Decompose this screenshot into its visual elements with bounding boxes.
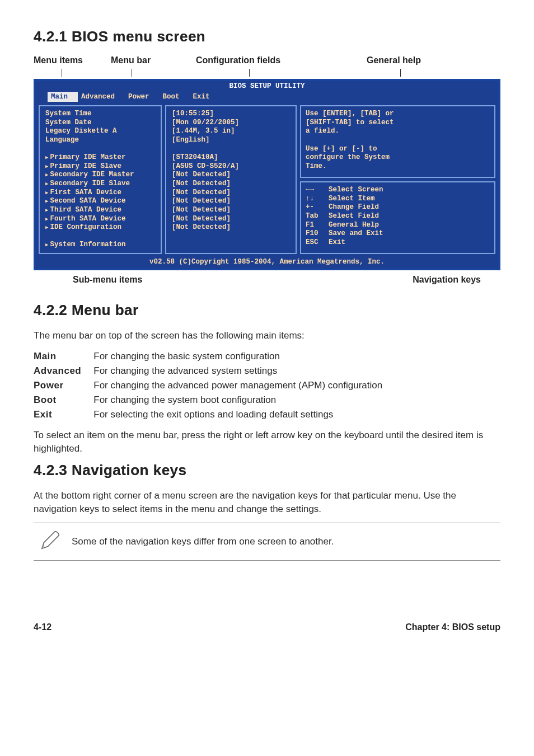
def-key: Main [34,349,93,364]
section-heading-1: 4.2.1 BIOS menu screen [34,28,500,45]
tab-exit[interactable]: Exit [190,92,220,102]
pencil-icon [38,529,62,555]
bios-field-value[interactable]: [Not Detected] [172,180,290,189]
def-value: For selecting the exit options and loadi… [93,407,389,422]
bios-menu-item[interactable]: Language [45,136,155,145]
top-callouts: Menu items Menu bar Configuration fields… [34,55,500,79]
bios-menu-item [45,232,155,241]
table-row: MainFor changing the basic system config… [34,349,389,364]
table-row: AdvancedFor changing the advanced system… [34,364,389,378]
bios-field-value[interactable]: [1.44M, 3.5 in] [172,127,290,136]
def-value: For changing the advanced system setting… [93,364,389,378]
bios-menu-item[interactable]: System Time [45,110,155,119]
help-text-line: Use [ENTER], [TAB] or [306,110,490,119]
tab-power[interactable]: Power [125,92,160,102]
bios-field-value[interactable]: [Not Detected] [172,171,290,180]
bios-field-value[interactable]: [Not Detected] [172,215,290,224]
bios-menu-item[interactable]: Second SATA Device [45,197,155,206]
bios-field-value[interactable] [172,145,290,154]
table-row: PowerFor changing the advanced power man… [34,378,389,393]
bios-nav-panel: ←→ Select Screen↑↓ Select Item+- Change … [300,181,495,254]
callout-menu-items: Menu items [34,55,83,65]
bios-mid-panel: [10:55:25][Mon 09/22/2005][1.44M, 3.5 in… [165,105,297,254]
bios-field-value[interactable]: [ST320410A] [172,153,290,162]
bios-field-value[interactable]: [Not Detected] [172,197,290,206]
bios-help-panel: Use [ENTER], [TAB] or[SHIFT-TAB] to sele… [300,105,495,178]
help-text-line [306,136,490,145]
note-text: Some of the navigation keys differ from … [72,536,334,547]
bios-left-panel: System TimeSystem DateLegacy Diskette AL… [39,105,162,254]
menubar-def-table: MainFor changing the basic system config… [34,349,389,422]
nav-key-row: ←→ Select Screen [306,186,490,195]
callout-menu-bar: Menu bar [111,55,151,65]
bios-menu-item[interactable]: Primary IDE Slave [45,162,155,171]
nav-key-row: ESC Exit [306,238,490,247]
callout-general-help: General help [367,55,421,65]
callout-navkeys: Navigation keys [413,275,481,285]
table-row: ExitFor selecting the exit options and l… [34,407,389,422]
bios-field-value[interactable]: [Not Detected] [172,223,290,232]
bios-menu-item[interactable]: Legacy Diskette A [45,127,155,136]
nav-key-row: F1 General Help [306,221,490,230]
bios-field-value[interactable]: [Mon 09/22/2005] [172,119,290,128]
bios-menu-bar[interactable]: Main Advanced Power Boot Exit [35,92,499,102]
chapter-label: Chapter 4: BIOS setup [405,622,500,632]
nav-key-row: Tab Select Field [306,212,490,221]
page-number: 4-12 [34,622,51,632]
bios-menu-item[interactable]: Third SATA Device [45,206,155,215]
bios-menu-item[interactable]: Primary IDE Master [45,153,155,162]
menubar-tail: To select an item on the menu bar, press… [34,429,500,456]
help-text-line: [SHIFT-TAB] to select [306,119,490,128]
callout-submenu: Sub-menu items [73,275,142,285]
nav-key-row: +- Change Field [306,203,490,212]
table-row: BootFor changing the system boot configu… [34,393,389,407]
bios-menu-item[interactable]: IDE Configuration [45,223,155,232]
tab-main[interactable]: Main [48,92,78,102]
bios-field-value[interactable]: [English] [172,136,290,145]
bios-menu-item[interactable]: Secondary IDE Master [45,171,155,180]
note-block: Some of the navigation keys differ from … [34,523,500,561]
navkeys-text: At the bottom right corner of a menu scr… [34,489,500,516]
bios-menu-item[interactable]: First SATA Device [45,189,155,198]
nav-key-row: ↑↓ Select Item [306,195,490,204]
def-key: Boot [34,393,93,407]
def-key: Advanced [34,364,93,378]
def-value: For changing the system boot configurati… [93,393,389,407]
section-heading-3: 4.2.3 Navigation keys [34,462,500,479]
bios-menu-item[interactable]: Secondary IDE Slave [45,180,155,189]
bios-menu-item[interactable]: System Information [45,241,155,250]
bios-menu-item [45,145,155,154]
def-key: Power [34,378,93,393]
tab-boot[interactable]: Boot [160,92,190,102]
tab-advanced[interactable]: Advanced [78,92,125,102]
bios-title: BIOS SETUP UTILITY [35,81,499,92]
help-text-line: a field. [306,127,490,136]
callout-config-fields: Configuration fields [196,55,280,65]
help-text-line: configure the System [306,153,490,162]
def-value: For changing the basic system configurat… [93,349,389,364]
bios-copyright: v02.58 (C)Copyright 1985-2004, American … [35,256,499,266]
section-heading-2: 4.2.2 Menu bar [34,302,500,319]
help-text-line: Time. [306,162,490,171]
bios-field-value[interactable]: [Not Detected] [172,206,290,215]
help-text-line: Use [+] or [-] to [306,145,490,154]
bios-menu-item[interactable]: System Date [45,119,155,128]
bios-menu-item[interactable]: Fourth SATA Device [45,215,155,224]
bios-field-value[interactable]: [ASUS CD-S520/A] [172,162,290,171]
def-value: For changing the advanced power manageme… [93,378,389,393]
bios-field-value[interactable]: [10:55:25] [172,110,290,119]
def-key: Exit [34,407,93,422]
nav-key-row: F10 Save and Exit [306,229,490,238]
bios-screen: BIOS SETUP UTILITY Main Advanced Power B… [34,79,500,270]
bios-field-value[interactable]: [Not Detected] [172,189,290,198]
menubar-intro: The menu bar on top of the screen has th… [34,329,500,342]
